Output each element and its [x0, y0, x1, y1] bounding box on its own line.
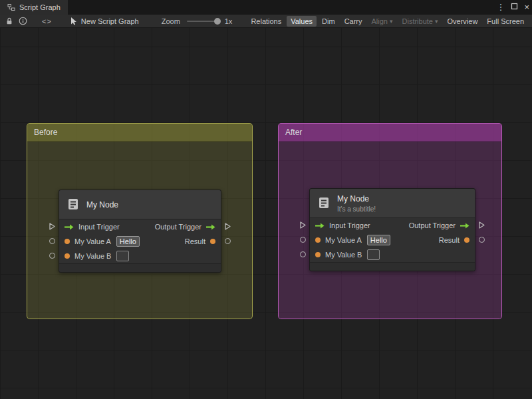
- node-footer: [310, 262, 475, 271]
- script-graph-icon: [7, 1, 15, 14]
- node-wrapper-after: My Node It's a subtitle! Input Trigger O…: [299, 188, 486, 272]
- result-port-icon[interactable]: [225, 238, 231, 244]
- fullscreen-button[interactable]: Full Screen: [483, 16, 528, 27]
- zoom-slider[interactable]: [187, 21, 219, 22]
- green-arrow-icon: [315, 223, 325, 229]
- chevron-down-icon: ▾: [435, 18, 438, 25]
- align-dropdown[interactable]: Align ▾: [368, 16, 397, 27]
- value-b-row: My Value B: [59, 249, 221, 263]
- zoom-slider-handle[interactable]: [214, 18, 221, 25]
- input-trigger-port-icon[interactable]: [299, 221, 307, 231]
- green-arrow-icon: [460, 223, 469, 229]
- maximize-icon[interactable]: [511, 0, 518, 15]
- tab-script-graph[interactable]: Script Graph: [0, 0, 68, 15]
- result-label: Result: [439, 236, 460, 244]
- output-trigger-port-icon[interactable]: [224, 222, 231, 232]
- values-button[interactable]: Values: [287, 16, 317, 27]
- node-body: Input Trigger Output Trigger My Value A …: [310, 218, 475, 262]
- relations-button[interactable]: Relations: [247, 16, 285, 27]
- orange-dot-icon: [210, 239, 215, 244]
- carry-button[interactable]: Carry: [340, 16, 366, 27]
- node-header[interactable]: My Node It's a subtitle!: [310, 189, 475, 218]
- input-trigger-label: Input Trigger: [329, 221, 370, 229]
- group-before-title: Before: [34, 128, 57, 137]
- distribute-dropdown[interactable]: Distribute ▾: [398, 16, 442, 27]
- close-icon[interactable]: ×: [524, 0, 529, 15]
- output-trigger-label: Output Trigger: [409, 221, 456, 229]
- value-b-input[interactable]: [367, 249, 380, 260]
- value-a-label: My Value A: [325, 236, 362, 244]
- orange-dot-icon: [65, 253, 70, 259]
- value-a-label: My Value A: [74, 237, 111, 245]
- input-trigger-label: Input Trigger: [78, 223, 120, 231]
- output-trigger-port-icon[interactable]: [478, 221, 485, 231]
- graph-name-label: New Script Graph: [81, 17, 139, 25]
- my-node-before[interactable]: My Node Input Trigger Output Trigger: [59, 190, 221, 273]
- value-b-label: My Value B: [74, 252, 111, 260]
- value-b-row: My Value B: [310, 247, 475, 262]
- node-title: My Node: [86, 200, 118, 209]
- dim-button[interactable]: Dim: [318, 16, 339, 27]
- group-after-header[interactable]: After: [279, 124, 501, 142]
- group-after-title: After: [285, 128, 302, 137]
- graph-cursor-icon: [69, 15, 78, 28]
- align-label: Align: [372, 17, 388, 25]
- distribute-label: Distribute: [402, 17, 433, 25]
- node-wrapper-before: My Node Input Trigger Output Trigger: [48, 190, 232, 273]
- my-node-icon: [66, 197, 80, 213]
- window-tab-bar: Script Graph ⋮ ×: [0, 0, 532, 15]
- window-controls: ⋮ ×: [496, 0, 529, 15]
- value-a-row: My Value A Hello Result: [310, 233, 475, 247]
- my-node-icon: [317, 196, 331, 211]
- value-a-input[interactable]: Hello: [116, 236, 140, 247]
- trigger-row: Input Trigger Output Trigger: [310, 218, 475, 233]
- result-label: Result: [185, 237, 205, 245]
- info-icon[interactable]: [19, 15, 27, 28]
- trigger-row: Input Trigger Output Trigger: [59, 219, 221, 234]
- group-before-header[interactable]: Before: [27, 124, 252, 142]
- node-body: Input Trigger Output Trigger My Value A …: [59, 219, 221, 263]
- value-a-port-icon[interactable]: [49, 238, 55, 244]
- orange-dot-icon: [464, 237, 469, 243]
- value-a-row: My Value A Hello Result: [59, 234, 221, 249]
- orange-dot-icon: [65, 239, 70, 244]
- zoom-value: 1x: [225, 17, 233, 25]
- orange-dot-icon: [315, 252, 321, 257]
- value-a-port-icon[interactable]: [300, 237, 306, 243]
- green-arrow-icon: [206, 224, 215, 230]
- result-port-icon[interactable]: [479, 237, 485, 243]
- kebab-menu-icon[interactable]: ⋮: [496, 0, 505, 15]
- value-b-port-icon[interactable]: [49, 253, 55, 259]
- graph-canvas[interactable]: Before After: [0, 28, 532, 399]
- chevron-down-icon: ▾: [390, 18, 393, 25]
- node-header[interactable]: My Node: [59, 190, 221, 219]
- code-view-icon[interactable]: <>: [42, 17, 52, 25]
- node-title: My Node: [337, 194, 376, 203]
- value-b-input[interactable]: [116, 251, 129, 261]
- lock-icon[interactable]: [5, 15, 13, 28]
- graph-name-selector[interactable]: New Script Graph: [69, 15, 139, 28]
- value-b-label: My Value B: [325, 251, 362, 259]
- tab-title: Script Graph: [19, 3, 61, 11]
- node-subtitle: It's a subtitle!: [337, 205, 376, 213]
- value-b-port-icon[interactable]: [300, 251, 306, 257]
- node-footer: [59, 263, 221, 272]
- value-a-input[interactable]: Hello: [367, 235, 390, 245]
- overview-button[interactable]: Overview: [444, 16, 482, 27]
- output-trigger-label: Output Trigger: [155, 223, 201, 231]
- green-arrow-icon: [65, 224, 74, 230]
- zoom-label: Zoom: [162, 17, 180, 25]
- orange-dot-icon: [315, 237, 321, 243]
- graph-toolbar: <> New Script Graph Zoom 1x Relations Va…: [0, 15, 532, 28]
- my-node-after[interactable]: My Node It's a subtitle! Input Trigger O…: [309, 188, 475, 271]
- input-trigger-port-icon[interactable]: [49, 222, 56, 232]
